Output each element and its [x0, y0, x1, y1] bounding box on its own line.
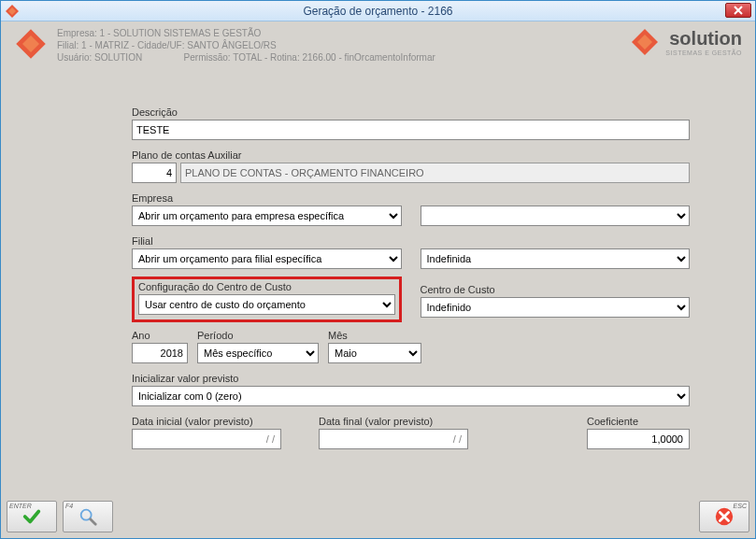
esc-key-label: ESC — [734, 503, 747, 509]
bottom-toolbar: ENTER F4 ESC — [7, 501, 749, 532]
ano-input[interactable] — [132, 343, 188, 363]
plano-desc-display — [180, 163, 690, 183]
coeficiente-input[interactable]: 1,0000 — [587, 429, 690, 449]
header-permissao: Permissão: TOTAL - Rotina: 2166.00 - fin… — [184, 52, 435, 63]
brand-icon — [630, 27, 660, 57]
config-cc-select[interactable]: Usar centro de custo do orçamento — [138, 294, 395, 315]
f4-button[interactable]: F4 — [63, 501, 113, 532]
close-button[interactable] — [725, 3, 751, 18]
search-icon — [78, 506, 98, 527]
empresa-select[interactable]: Abrir um orçamento para empresa específi… — [132, 206, 402, 226]
brand-tagline: SISTEMAS E GESTÃO — [665, 50, 742, 56]
label-ano: Ano — [132, 330, 188, 341]
check-icon — [21, 506, 42, 527]
data-inicial-input[interactable]: / / — [132, 429, 281, 449]
enter-key-label: ENTER — [9, 503, 32, 509]
label-plano-contas: Plano de contas Auxiliar — [132, 149, 690, 161]
app-icon — [5, 4, 20, 19]
highlight-config-cc: Configuração do Centro de Custo Usar cen… — [132, 277, 402, 322]
label-data-final: Data final (valor previsto) — [319, 416, 468, 427]
centro-custo-select[interactable]: Indefinido — [421, 297, 691, 318]
label-filial: Filial — [132, 235, 402, 247]
header-info: Empresa: 1 - SOLUTION SISTEMAS E GESTÃO … — [57, 27, 620, 64]
label-inicializar: Inicializar valor previsto — [132, 373, 690, 384]
periodo-select[interactable]: Mês específico — [197, 343, 319, 363]
label-centro-custo: Centro de Custo — [421, 284, 691, 295]
svg-line-7 — [91, 519, 96, 525]
header-usuario: Usuário: SOLUTION — [57, 52, 142, 63]
window-title: Geração de orçamento - 2166 — [303, 5, 452, 18]
esc-button[interactable]: ESC — [699, 501, 749, 532]
brand-icon-small — [14, 27, 48, 61]
filial-select[interactable]: Abrir um orçamento para filial específic… — [132, 248, 402, 269]
enter-button[interactable]: ENTER — [7, 501, 57, 532]
filial-value-select[interactable]: Indefinida — [421, 248, 691, 269]
close-icon — [734, 6, 743, 15]
descricao-input[interactable] — [132, 120, 690, 140]
cancel-icon — [714, 506, 735, 527]
brand-logo: solution SISTEMAS E GESTÃO — [620, 27, 742, 57]
plano-num-input[interactable] — [132, 163, 177, 183]
f4-key-label: F4 — [65, 503, 73, 509]
header-empresa: Empresa: 1 - SOLUTION SISTEMAS E GESTÃO — [57, 27, 620, 39]
empresa-value-select[interactable] — [421, 206, 691, 226]
inicializar-select[interactable]: Inicializar com 0 (zero) — [132, 386, 690, 406]
label-config-cc: Configuração do Centro de Custo — [138, 281, 395, 292]
header-filial: Filial: 1 - MATRIZ - Cidade/UF: SANTO ÂN… — [57, 39, 620, 51]
header: Empresa: 1 - SOLUTION SISTEMAS E GESTÃO … — [1, 21, 755, 69]
mes-select[interactable]: Maio — [328, 343, 421, 363]
label-periodo: Período — [197, 330, 319, 341]
label-data-inicial: Data inicial (valor previsto) — [132, 416, 281, 427]
label-coeficiente: Coeficiente — [587, 416, 690, 427]
titlebar: Geração de orçamento - 2166 — [1, 1, 755, 21]
window: Geração de orçamento - 2166 Empresa: 1 -… — [0, 0, 756, 539]
label-mes: Mês — [328, 330, 421, 341]
label-descricao: Descrição — [132, 106, 690, 118]
data-final-input[interactable]: / / — [319, 429, 468, 449]
form: Descrição Plano de contas Auxiliar Empre… — [1, 69, 755, 459]
brand-name: solution — [665, 28, 742, 50]
label-empresa: Empresa — [132, 192, 402, 204]
